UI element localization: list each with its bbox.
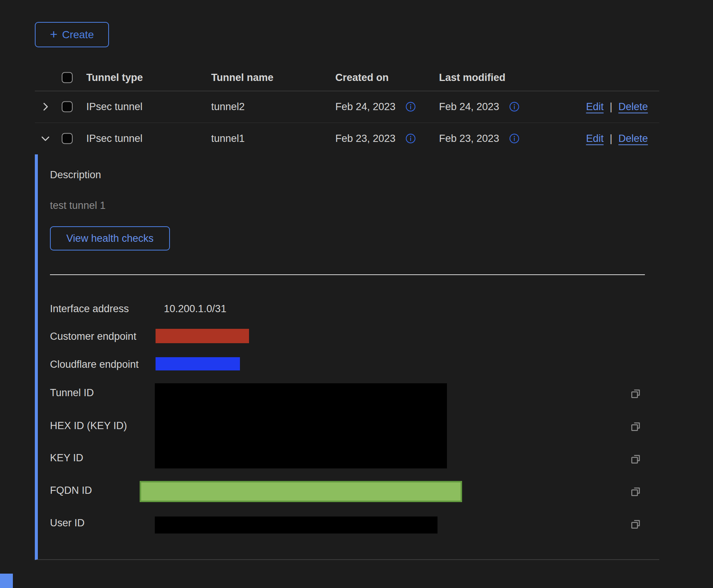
- description-label: Description: [50, 168, 101, 181]
- header-tunnel-name: Tunnel name: [211, 71, 274, 84]
- edit-link[interactable]: Edit: [586, 101, 604, 113]
- header-tunnel-type: Tunnel type: [86, 71, 143, 84]
- row-checkbox[interactable]: [62, 133, 73, 144]
- tunnel-name-cell: tunnel1: [211, 132, 245, 145]
- table-row: IPsec tunnel tunnel2 Feb 24, 2023 Feb 24…: [35, 91, 659, 123]
- description-value: test tunnel 1: [50, 199, 106, 212]
- select-all-checkbox[interactable]: [62, 72, 73, 83]
- tunnel-name-cell: tunnel2: [211, 100, 245, 113]
- customer-endpoint-label: Customer endpoint: [50, 330, 136, 343]
- action-separator: |: [610, 101, 612, 113]
- copy-icon: [630, 486, 641, 497]
- interface-address-value: 10.200.1.0/31: [164, 302, 226, 315]
- row-checkbox[interactable]: [62, 101, 73, 112]
- key-id-label: KEY ID: [50, 451, 83, 464]
- info-circle-icon[interactable]: [509, 133, 520, 144]
- cloudflare-endpoint-redaction: [156, 357, 240, 370]
- header-last-modified: Last modified: [439, 71, 506, 84]
- tunnel-detail-panel: Description test tunnel 1 View health ch…: [35, 154, 659, 560]
- copy-tunnel-id-button[interactable]: [629, 387, 642, 400]
- view-health-checks-button[interactable]: View health checks: [50, 226, 170, 250]
- info-circle-icon[interactable]: [405, 101, 416, 112]
- interface-address-label: Interface address: [50, 302, 129, 315]
- edit-link[interactable]: Edit: [586, 133, 604, 145]
- ids-redaction: [155, 383, 447, 468]
- header-created-on: Created on: [335, 71, 389, 84]
- info-circle-icon[interactable]: [405, 133, 416, 144]
- copy-icon: [630, 421, 641, 432]
- last-modified-cell: Feb 23, 2023: [439, 132, 499, 145]
- chevron-right-icon: [40, 101, 51, 112]
- action-separator: |: [610, 133, 612, 145]
- table-row-expanded: IPsec tunnel tunnel1 Feb 23, 2023 Feb 23…: [35, 123, 659, 154]
- tunnel-type-cell: IPsec tunnel: [86, 132, 143, 145]
- section-divider: [50, 274, 645, 275]
- fqdn-id-label: FQDN ID: [50, 484, 92, 497]
- copy-icon: [630, 518, 641, 530]
- created-on-cell: Feb 24, 2023: [335, 100, 395, 113]
- fqdn-id-redaction: [140, 481, 462, 502]
- collapse-row-button[interactable]: [39, 132, 52, 145]
- create-button-label: Create: [62, 29, 94, 41]
- chevron-down-icon: [40, 133, 51, 144]
- copy-user-id-button[interactable]: [629, 518, 642, 530]
- user-id-redaction: [155, 516, 437, 534]
- info-circle-icon[interactable]: [509, 101, 520, 112]
- tunnel-id-label: Tunnel ID: [50, 386, 94, 399]
- copy-hex-id-button[interactable]: [629, 420, 642, 433]
- table-header: Tunnel type Tunnel name Created on Last …: [35, 64, 659, 91]
- copy-fqdn-id-button[interactable]: [629, 485, 642, 498]
- plus-icon: +: [50, 28, 58, 40]
- customer-endpoint-redaction: [156, 329, 249, 343]
- created-on-cell: Feb 23, 2023: [335, 132, 395, 145]
- tunnel-type-cell: IPsec tunnel: [86, 100, 143, 113]
- cloudflare-endpoint-label: Cloudflare endpoint: [50, 358, 139, 371]
- copy-icon: [630, 388, 641, 399]
- copy-icon: [630, 453, 641, 465]
- delete-link[interactable]: Delete: [618, 133, 648, 145]
- last-modified-cell: Feb 24, 2023: [439, 100, 499, 113]
- expand-row-button[interactable]: [39, 100, 52, 114]
- delete-link[interactable]: Delete: [618, 101, 648, 113]
- hex-id-label: HEX ID (KEY ID): [50, 419, 127, 432]
- copy-key-id-button[interactable]: [629, 453, 642, 465]
- user-id-label: User ID: [50, 516, 85, 529]
- create-button[interactable]: + Create: [35, 22, 109, 47]
- ipsec-tunnels-page: + Create Tunnel type Tunnel name Created…: [0, 0, 713, 588]
- corner-accent: [0, 574, 13, 588]
